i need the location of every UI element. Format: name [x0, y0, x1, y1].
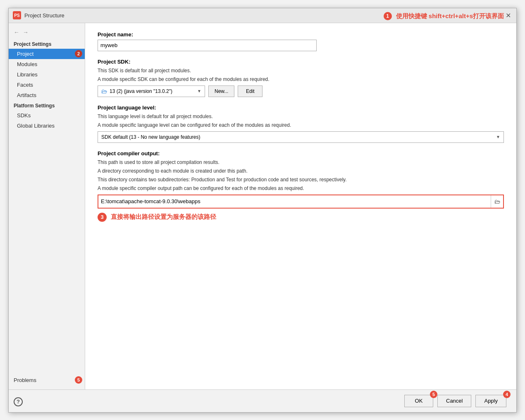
new-button[interactable]: New... — [208, 85, 234, 97]
ok-badge: 5 — [430, 391, 437, 398]
sdk-desc2: A module specific SDK can be configured … — [98, 76, 504, 83]
dialog-body: ← → Project Settings Project 2 Modules L… — [9, 23, 516, 389]
project-name-group: Project name: — [98, 31, 504, 51]
compiler-desc1: This path is used to store all project c… — [98, 159, 504, 166]
sidebar-item-facets[interactable]: Facets — [9, 80, 85, 90]
forward-arrow[interactable]: → — [23, 29, 29, 36]
sidebar: ← → Project Settings Project 2 Modules L… — [9, 23, 85, 389]
compiler-desc2: A directory corresponding to each module… — [98, 167, 504, 175]
compiler-output-label: Project compiler output: — [98, 150, 504, 157]
project-badge: 2 — [75, 50, 82, 57]
project-name-input[interactable] — [98, 40, 317, 51]
browse-icon: 🗁 — [494, 198, 500, 205]
project-lang-group: Project language level: This language le… — [98, 104, 504, 143]
sidebar-item-artifacts[interactable]: Artifacts — [9, 90, 85, 100]
ok-button[interactable]: OK — [404, 395, 433, 407]
title-annotation: 1 使用快捷键 shift+ctrl+alt+s打开该界面 — [384, 10, 504, 20]
nav-arrows: ← → — [9, 27, 85, 39]
output-path-input[interactable] — [98, 195, 491, 208]
ok-btn-wrap: OK 5 — [404, 395, 433, 407]
problems-badge: 5 — [75, 376, 82, 384]
project-sdk-group: Project SDK: This SDK is default for all… — [98, 59, 504, 97]
annotation1-badge: 1 — [384, 12, 392, 20]
sdk-selected-value: 13 (2) (java version "13.0.2") — [110, 88, 172, 94]
sidebar-item-artifacts-label: Artifacts — [17, 92, 36, 98]
dialog-footer: ? OK 5 Cancel Apply 4 — [9, 389, 516, 412]
main-content: Project name: Project SDK: This SDK is d… — [85, 23, 516, 389]
sidebar-item-sdks[interactable]: SDKs — [9, 110, 85, 121]
title-bar-right: ✕ — [504, 11, 512, 19]
annotation3-badge: 3 — [98, 213, 107, 222]
apply-badge: 4 — [503, 391, 511, 398]
sdk-dropdown-arrow: ▼ — [197, 89, 201, 93]
sidebar-item-project[interactable]: Project 2 — [9, 49, 85, 59]
sidebar-item-project-label: Project — [17, 51, 33, 57]
sdk-dropdown[interactable]: 🗁 13 (2) (java version "13.0.2") ▼ — [98, 85, 205, 97]
lang-selected-value: SDK default (13 - No new language featur… — [101, 134, 200, 140]
sidebar-item-modules[interactable]: Modules — [9, 59, 85, 69]
project-structure-dialog: PS Project Structure 1 使用快捷键 shift+ctrl+… — [8, 8, 517, 413]
sidebar-item-global-libraries[interactable]: Global Libraries — [9, 121, 85, 131]
project-lang-label: Project language level: — [98, 104, 504, 111]
cancel-button[interactable]: Cancel — [437, 395, 471, 407]
annotation3-row: 3 直接将输出路径设置为服务器的该路径 — [98, 213, 504, 222]
edit-button[interactable]: Edit — [238, 85, 262, 97]
compiler-desc3: This directory contains two subdirectori… — [98, 176, 504, 183]
sidebar-item-problems[interactable]: Problems 5 — [9, 375, 85, 385]
output-path-row: 🗁 — [98, 195, 504, 209]
compiler-desc4: A module specific compiler output path c… — [98, 185, 504, 192]
sidebar-item-libraries[interactable]: Libraries — [9, 69, 85, 80]
platform-settings-label: Platform Settings — [9, 100, 85, 110]
project-sdk-label: Project SDK: — [98, 59, 504, 65]
sdk-desc1: This SDK is default for all project modu… — [98, 67, 504, 74]
project-settings-label: Project Settings — [9, 39, 85, 49]
lang-desc1: This language level is default for all p… — [98, 113, 504, 120]
sidebar-item-sdks-label: SDKs — [17, 112, 31, 119]
sidebar-item-facets-label: Facets — [17, 82, 33, 88]
dialog-title: Project Structure — [24, 12, 384, 19]
browse-button[interactable]: 🗁 — [491, 195, 503, 208]
back-arrow[interactable]: ← — [14, 29, 19, 36]
sidebar-item-libraries-label: Libraries — [17, 71, 38, 78]
annotation3-text: 直接将输出路径设置为服务器的该路径 — [111, 213, 216, 221]
lang-dropdown[interactable]: SDK default (13 - No new language featur… — [98, 131, 504, 143]
help-button[interactable]: ? — [14, 397, 23, 406]
folder-icon: 🗁 — [101, 88, 107, 95]
problems-label: Problems — [14, 377, 36, 383]
close-button[interactable]: ✕ — [504, 11, 512, 19]
sdk-row: 🗁 13 (2) (java version "13.0.2") ▼ New..… — [98, 85, 504, 97]
title-bar: PS Project Structure 1 使用快捷键 shift+ctrl+… — [9, 8, 516, 23]
compiler-output-group: Project compiler output: This path is us… — [98, 150, 504, 222]
sidebar-item-global-libraries-label: Global Libraries — [17, 123, 55, 129]
annotation1-text: 使用快捷键 shift+ctrl+alt+s打开该界面 — [396, 12, 504, 20]
app-icon: PS — [13, 11, 21, 19]
sidebar-item-modules-label: Modules — [17, 61, 37, 67]
lang-dropdown-arrow: ▼ — [496, 135, 500, 139]
lang-desc2: A module specific language level can be … — [98, 121, 504, 129]
apply-button[interactable]: Apply — [475, 395, 506, 407]
project-name-label: Project name: — [98, 31, 504, 38]
apply-btn-wrap: Apply 4 — [475, 395, 506, 407]
